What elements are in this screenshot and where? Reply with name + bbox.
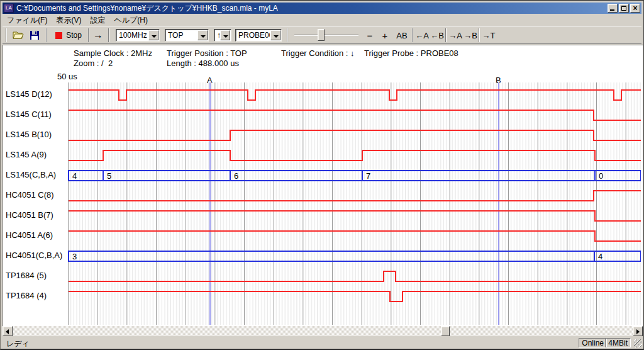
- window-title: C:¥Documents and Settings¥noname¥デスクトップ¥…: [16, 3, 608, 14]
- left-arrow-b-label: ←B: [430, 31, 444, 40]
- signal-label: HC4051(C,B,A): [6, 251, 66, 261]
- close-icon: ×: [631, 4, 640, 12]
- bus-value: 7: [366, 171, 370, 181]
- chevron-down-icon: [223, 35, 228, 38]
- bus-value: 4: [72, 171, 77, 181]
- bus-value: 6: [234, 171, 238, 181]
- stop-label: Stop: [66, 31, 82, 40]
- scroll-left-button[interactable]: [3, 326, 13, 336]
- sample-clock-info: Sample Clock : 2MHz: [74, 48, 152, 58]
- close-button[interactable]: ×: [630, 4, 640, 13]
- trigger-edge-combobox[interactable]: ↑: [214, 29, 231, 42]
- save-file-button[interactable]: [27, 28, 42, 42]
- zoom-info: Zoom : / 2: [74, 59, 113, 68]
- bus-value: 5: [107, 171, 111, 181]
- title-bar[interactable]: LA C:¥Documents and Settings¥noname¥デスクト…: [3, 3, 641, 14]
- stop-button[interactable]: Stop: [52, 28, 86, 42]
- clock-value: 100MHz: [119, 31, 148, 40]
- ab-button[interactable]: AB: [394, 28, 410, 42]
- status-ready-text: レディ: [6, 339, 30, 349]
- signal-label: HC4051 B(7): [6, 210, 66, 220]
- ab-label: AB: [396, 31, 407, 40]
- toolbar-separator: [412, 28, 413, 42]
- chevron-down-icon: [274, 35, 279, 38]
- scrollbar-thumb[interactable]: [441, 326, 450, 336]
- zoom-slider-thumb[interactable]: [318, 29, 325, 41]
- save-floppy-icon: [30, 30, 40, 40]
- zoom-slider-track[interactable]: [294, 35, 358, 36]
- zoom-in-button[interactable]: +: [379, 28, 391, 42]
- horizontal-scrollbar[interactable]: [3, 326, 643, 336]
- menu-bar: ファイル(F) 表示(V) 設定 ヘルプ(H): [3, 14, 641, 26]
- trigger-condition-info: Trigger Condition : ↓: [281, 48, 355, 58]
- dropdown-arrow-button[interactable]: [148, 30, 158, 40]
- status-online-badge: Online: [579, 338, 607, 347]
- signal-label: LS145(C,B,A): [6, 170, 66, 180]
- application-window: LA C:¥Documents and Settings¥noname¥デスクト…: [0, 0, 644, 350]
- minimize-icon: [610, 9, 614, 11]
- waveform-plot[interactable]: 4567034: [68, 82, 641, 325]
- trigger-position-info: Trigger Position : TOP: [167, 48, 247, 58]
- bus-value: 3: [72, 252, 77, 261]
- zoom-out-button[interactable]: −: [364, 28, 376, 42]
- scroll-left-icon: [6, 329, 9, 334]
- dropdown-arrow-button[interactable]: [220, 30, 230, 40]
- scroll-right-button[interactable]: [633, 326, 643, 336]
- signal-label: LS145 C(11): [6, 110, 66, 120]
- plus-icon: +: [382, 30, 388, 41]
- probe-combobox[interactable]: PROBE00: [235, 29, 282, 42]
- stop-square-icon: [55, 32, 62, 39]
- signal-label: HC4051 C(8): [6, 190, 66, 200]
- open-file-button[interactable]: [11, 28, 26, 42]
- signal-label: TP1684 (4): [6, 291, 66, 301]
- right-arrow-a-label: →A: [448, 31, 462, 40]
- trigger-position-combobox[interactable]: TOP: [165, 29, 209, 42]
- menu-file[interactable]: ファイル(F): [3, 14, 52, 27]
- bus-value: 4: [598, 252, 602, 261]
- bus-value: 0: [599, 171, 603, 181]
- trigger-probe-info: Trigger Probe : PROBE08: [364, 48, 458, 58]
- chevron-down-icon: [152, 35, 157, 38]
- menu-view[interactable]: 表示(V): [52, 14, 86, 27]
- goto-trigger-button[interactable]: →T: [481, 28, 496, 42]
- menu-help[interactable]: ヘルプ(H): [109, 14, 152, 27]
- status-memory-badge: 4MBit: [605, 338, 631, 347]
- length-info: Length : 488.000 us: [167, 59, 239, 68]
- cursor-b-right-button[interactable]: →B: [463, 28, 478, 42]
- cursor-a-right-button[interactable]: →A: [448, 28, 463, 42]
- cursor-a-left-button[interactable]: ←A: [414, 28, 430, 42]
- toolbar-separator: [479, 28, 480, 42]
- menu-settings[interactable]: 設定: [86, 14, 109, 27]
- toolbar-separator: [88, 28, 89, 42]
- right-arrow-t-label: →T: [482, 31, 496, 40]
- signal-label: TP1684 (5): [6, 271, 66, 281]
- status-bar: レディ Online 4MBit: [3, 337, 643, 349]
- toolbar-separator: [108, 28, 109, 42]
- left-arrow-a-label: ←A: [415, 31, 429, 40]
- signal-label: HC4051 A(6): [6, 230, 66, 240]
- timescale-label: 50 us: [57, 72, 77, 81]
- dropdown-arrow-button[interactable]: [197, 30, 208, 40]
- clock-combobox[interactable]: 100MHz: [116, 29, 160, 42]
- signal-label: LS145 D(12): [6, 89, 66, 99]
- toolbar-separator: [46, 28, 47, 42]
- chevron-down-icon: [201, 35, 206, 38]
- signal-label: LS145 B(10): [6, 130, 66, 140]
- trigger-position-value: TOP: [168, 31, 197, 40]
- run-button[interactable]: →: [91, 28, 106, 42]
- cursor-b-left-button[interactable]: ←B: [430, 28, 445, 42]
- probe-value: PROBE00: [238, 31, 270, 40]
- toolbar: Stop → 100MHz TOP ↑ PROBE00 − + AB ←A ←B: [3, 26, 641, 44]
- minus-icon: −: [367, 30, 373, 41]
- minimize-button[interactable]: [608, 4, 618, 13]
- signal-label: LS145 A(9): [6, 150, 66, 160]
- app-icon[interactable]: LA: [4, 4, 14, 13]
- resize-grip[interactable]: [634, 339, 642, 347]
- maximize-icon: [621, 6, 626, 11]
- dropdown-arrow-button[interactable]: [270, 30, 280, 40]
- maximize-button[interactable]: [619, 4, 629, 13]
- toolbar-grip: [6, 28, 7, 42]
- right-arrow-b-label: →B: [464, 31, 477, 40]
- toolbar-separator: [287, 28, 288, 42]
- waveform-grid: [68, 82, 641, 325]
